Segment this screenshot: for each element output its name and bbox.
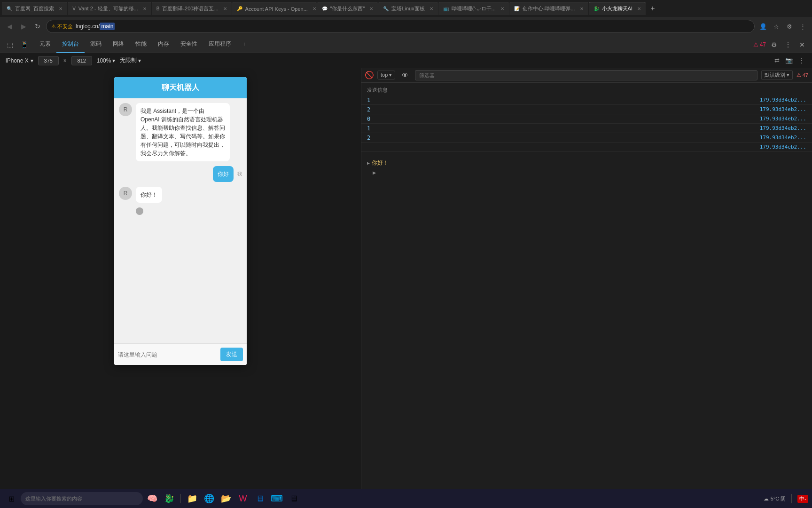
zoom-selector[interactable]: 100% ▾: [97, 57, 116, 64]
taskbar-brain-icon[interactable]: 🧠: [145, 491, 160, 506]
console-clear-button[interactable]: 🚫: [365, 71, 374, 79]
taskbar-apps-button[interactable]: ⊞: [4, 491, 19, 506]
tab-favicon-1: 🔍: [7, 6, 12, 11]
taskbar-separator-2: [791, 494, 792, 503]
size-separator: ×: [63, 57, 67, 64]
device-name: iPhone X: [6, 57, 29, 64]
taskbar-file-manager-icon[interactable]: 📁: [185, 491, 200, 506]
zoom-value: 100%: [97, 57, 111, 64]
forward-button[interactable]: ▶: [18, 21, 29, 32]
taskbar-search-input[interactable]: [21, 492, 143, 505]
console-expandable-row[interactable]: ▶ 你好！: [361, 158, 812, 168]
taskbar-browser-icon[interactable]: 🌐: [202, 491, 217, 506]
console-source-3[interactable]: 179.93d34eb2...: [754, 115, 812, 123]
device-selector[interactable]: iPhone X ▾: [6, 57, 33, 64]
tab-label-7: 哔哩哔哩('·ᴗ·ロ千...: [452, 5, 496, 12]
capture-button[interactable]: 📷: [784, 56, 794, 66]
tab-close-1[interactable]: ✕: [59, 6, 62, 11]
console-warning-icon: ⚠: [796, 72, 801, 78]
tab-8[interactable]: 📝 创作中心-哔哩哔哩弹... ✕: [509, 2, 588, 15]
console-row-6: 179.93d34eb2...: [361, 143, 812, 152]
phone-frame: 聊天机器人 R 我是 Assistant，是一个由 OpenAI 训练的自然语言…: [114, 77, 247, 365]
level-dropdown[interactable]: 默认级别 ▾: [761, 70, 793, 80]
taskbar-folder-icon[interactable]: 📂: [219, 491, 234, 506]
taskbar-system-icon[interactable]: 🖥: [286, 491, 301, 506]
tab-favicon-4: 🔑: [237, 6, 242, 11]
devtools-settings-button[interactable]: ⚙: [768, 39, 780, 51]
console-section-header: 发送信息: [361, 85, 812, 95]
console-error-count: 47: [803, 72, 808, 78]
tab-1[interactable]: 🔍 百度网_百度搜索 ✕: [2, 2, 67, 15]
device-toolbar-button[interactable]: 📱: [18, 39, 30, 51]
tab-console[interactable]: 控制台: [56, 36, 85, 53]
taskbar-word-icon[interactable]: W: [235, 491, 250, 506]
console-source-6[interactable]: 179.93d34eb2...: [754, 143, 812, 151]
inspect-element-button[interactable]: ⬚: [4, 39, 16, 51]
tab-label-5: "你是什么东西": [330, 5, 365, 12]
tab-close-8[interactable]: ✕: [580, 6, 584, 11]
taskbar-terminal-icon[interactable]: ⌨: [269, 491, 284, 506]
rotate-button[interactable]: ⇄: [772, 56, 782, 66]
bookmark-icon[interactable]: ☆: [771, 21, 782, 32]
width-input[interactable]: [38, 56, 59, 65]
console-row-1: 1 179.93d34eb2...: [361, 95, 812, 105]
tab-4[interactable]: 🔑 Account API Keys - Open... ✕: [232, 2, 317, 15]
tab-7[interactable]: 📺 哔哩哔哩('·ᴗ·ロ千... ✕: [438, 2, 509, 15]
mode-selector[interactable]: 无限制 ▾: [120, 56, 141, 64]
tab-3[interactable]: B 百度翻译-200种语言互... ✕: [152, 2, 232, 15]
chat-header: 聊天机器人: [114, 77, 247, 98]
reload-button[interactable]: ↻: [32, 21, 43, 32]
tab-security[interactable]: 安全性: [175, 36, 203, 53]
tab-close-4[interactable]: ✕: [312, 6, 316, 11]
tab-9[interactable]: 🐉 小火龙聊天AI ✕: [589, 2, 646, 15]
weather-text: 5°C 阴: [771, 495, 786, 502]
taskbar-code-icon[interactable]: 🖥: [252, 491, 267, 506]
devtools-controls: ⬚ 📱: [0, 36, 34, 53]
security-warning: ⚠ 不安全: [51, 23, 73, 30]
browser-chrome: 🔍 百度网_百度搜索 ✕ V Vant 2 - 轻量、可靠的移... ✕ B 百…: [0, 0, 812, 68]
tab-performance[interactable]: 性能: [130, 36, 152, 53]
tab-close-3[interactable]: ✕: [223, 6, 227, 11]
mode-value: 无限制: [120, 56, 137, 64]
loading-indicator: [136, 207, 143, 215]
tab-close-9[interactable]: ✕: [637, 6, 641, 11]
more-responsive-button[interactable]: ⋮: [796, 56, 806, 66]
device-dropdown-icon: ▾: [31, 57, 33, 64]
profile-icon[interactable]: 👤: [757, 21, 769, 32]
tab-application[interactable]: 应用程序: [203, 36, 237, 53]
tab-close-5[interactable]: ✕: [369, 6, 373, 11]
tab-elements[interactable]: 元素: [34, 36, 56, 53]
more-icon[interactable]: ⋮: [797, 21, 808, 32]
tab-network[interactable]: 网络: [107, 36, 130, 53]
tab-close-7[interactable]: ✕: [500, 6, 504, 11]
tab-memory[interactable]: 内存: [152, 36, 175, 53]
security-label: 不安全: [57, 23, 73, 30]
chat-input[interactable]: [118, 351, 217, 358]
settings-icon[interactable]: ⚙: [784, 21, 795, 32]
taskbar-figure-icon[interactable]: 🐉: [162, 491, 177, 506]
address-box[interactable]: ⚠ 不安全 lnglog.cn/main: [46, 20, 755, 33]
tab-close-6[interactable]: ✕: [429, 6, 433, 11]
tab-close-2[interactable]: ✕: [143, 6, 147, 11]
message-bubble-2: 你好: [213, 166, 234, 182]
tab-bar: 🔍 百度网_百度搜索 ✕ V Vant 2 - 轻量、可靠的移... ✕ B 百…: [0, 0, 812, 17]
tab-2[interactable]: V Vant 2 - 轻量、可靠的移... ✕: [68, 2, 151, 15]
send-button[interactable]: 发送: [220, 348, 243, 361]
new-tab-button[interactable]: +: [646, 2, 659, 15]
tab-5[interactable]: 💬 "你是什么东西" ✕: [317, 2, 378, 15]
console-source-4[interactable]: 179.93d34eb2...: [754, 124, 812, 132]
height-input[interactable]: [71, 56, 92, 65]
console-eye-button[interactable]: 👁: [399, 69, 411, 81]
console-top-dropdown[interactable]: top ▾: [377, 71, 395, 79]
back-button[interactable]: ◀: [4, 21, 15, 32]
tab-6[interactable]: 🔧 宝塔Linux面板 ✕: [378, 2, 437, 15]
console-source-2[interactable]: 179.93d34eb2...: [754, 105, 812, 113]
console-source-1[interactable]: 179.93d34eb2...: [754, 96, 812, 104]
ime-badge[interactable]: 中-: [797, 495, 808, 503]
tab-add[interactable]: +: [237, 36, 251, 53]
console-source-5[interactable]: 179.93d34eb2...: [754, 134, 812, 142]
console-filter-input[interactable]: [415, 70, 757, 80]
devtools-more-button[interactable]: ⋮: [782, 39, 794, 51]
devtools-close-button[interactable]: ✕: [796, 39, 808, 51]
tab-sources[interactable]: 源码: [85, 36, 107, 53]
